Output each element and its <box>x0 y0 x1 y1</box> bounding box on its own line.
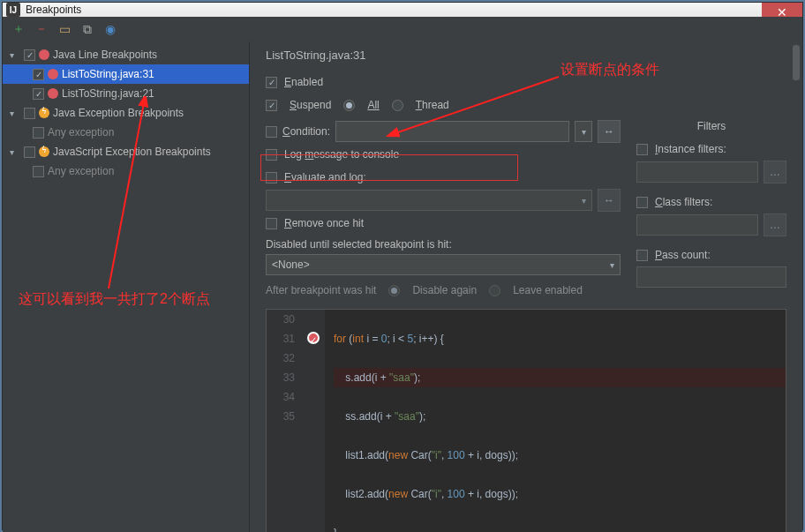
titlebar[interactable]: IJ Breakpoints ✕ <box>3 3 802 17</box>
instance-filters-browse-button[interactable]: … <box>764 161 786 184</box>
chevron-down-icon[interactable] <box>10 146 20 158</box>
toolbar: ＋ － ▭ ⧉ ◉ <box>3 17 802 41</box>
condition-label: Condition: <box>282 125 330 138</box>
evaluate-expand-button[interactable]: ↔ <box>598 189 621 212</box>
chevron-down-icon[interactable] <box>10 107 20 119</box>
gutter-linenumbers: 303132333435 <box>267 310 302 532</box>
logmsg-label: Log message to console <box>284 148 399 161</box>
suspend-label: Suspend <box>290 99 331 111</box>
add-breakpoint-icon[interactable]: ＋ <box>11 22 26 36</box>
exception-breakpoint-icon: ϟ <box>39 146 49 157</box>
tree-group-java-line[interactable]: Java Line Breakpoints <box>3 45 249 64</box>
tree-item-bp2[interactable]: ListToString.java:21 <box>3 84 249 103</box>
breakpoint-icon <box>48 88 58 99</box>
suspend-all-radio[interactable] <box>343 100 355 111</box>
folder-icon[interactable]: ▭ <box>57 22 71 36</box>
code-preview[interactable]: 303132333435 ✓ for (int i = 0; i < 5; i+… <box>266 309 786 532</box>
tree-group-java-exception[interactable]: ϟ Java Exception Breakpoints <box>3 103 249 123</box>
instance-filters-label: Instance filters: <box>655 143 726 155</box>
item-label: ListToString.java:31 <box>62 68 154 80</box>
chevron-down-icon[interactable] <box>10 49 20 61</box>
breakpoint-tree[interactable]: Java Line Breakpoints ListToString.java:… <box>3 45 249 181</box>
view-icon[interactable]: ◉ <box>103 22 117 36</box>
window-title: Breakpoints <box>26 4 81 16</box>
item-label: Any exception <box>48 126 114 139</box>
enabled-checkbox[interactable] <box>266 77 277 88</box>
evaluate-input[interactable]: ▾ <box>266 190 592 211</box>
suspend-all-label: All <box>367 99 379 111</box>
passcount-checkbox[interactable] <box>636 250 648 261</box>
class-filters-input[interactable] <box>636 214 758 236</box>
condition-input[interactable] <box>335 121 569 142</box>
class-filters-browse-button[interactable]: … <box>764 214 786 236</box>
afterhit-label: After breakpoint was hit <box>266 284 376 296</box>
group-label: JavaScript Exception Breakpoints <box>53 146 211 158</box>
condition-checkbox[interactable] <box>266 126 277 138</box>
condition-history-dropdown[interactable]: ▾ <box>575 121 592 142</box>
breakpoint-marker-icon[interactable]: ✓ <box>307 332 320 344</box>
copy-icon[interactable]: ⧉ <box>80 22 94 36</box>
suspend-checkbox[interactable] <box>266 100 277 111</box>
breakpoint-icon <box>39 49 49 60</box>
condition-row: Condition: ▾ ↔ <box>266 120 621 143</box>
filters-column: Filters Instance filters: … Class filter… <box>636 120 786 302</box>
class-filters-input-row: … <box>636 214 786 236</box>
tree-item-anyex-js[interactable]: Any exception <box>3 161 249 181</box>
condition-expand-button[interactable]: ↔ <box>598 120 621 143</box>
logmsg-checkbox[interactable] <box>266 149 277 161</box>
group-checkbox[interactable] <box>24 49 35 61</box>
disable-again-radio[interactable] <box>388 285 400 296</box>
passcount-row: Pass count: <box>636 244 786 266</box>
enabled-label: Enabled <box>284 76 323 88</box>
group-checkbox[interactable] <box>24 146 35 158</box>
breakpoint-tree-pane: Java Line Breakpoints ListToString.java:… <box>3 41 250 532</box>
disabled-until-label: Disabled until selected breakpoint is hi… <box>266 238 621 251</box>
evaluate-checkbox[interactable] <box>266 172 277 184</box>
suspend-thread-label: Thread <box>416 99 449 111</box>
code-source: for (int i = 0; i < 5; i++) { s.add(i + … <box>325 310 786 532</box>
removeonce-checkbox[interactable] <box>266 218 277 229</box>
tree-group-js-exception[interactable]: ϟ JavaScript Exception Breakpoints <box>3 142 249 161</box>
remove-breakpoint-icon[interactable]: － <box>34 22 49 36</box>
group-label: Java Exception Breakpoints <box>53 107 184 119</box>
tree-item-bp1[interactable]: ListToString.java:31 <box>3 64 249 84</box>
evaluate-row: Evaluate and log: <box>266 166 621 189</box>
group-checkbox[interactable] <box>24 108 35 119</box>
group-label: Java Line Breakpoints <box>53 49 157 61</box>
exception-breakpoint-icon: ϟ <box>39 108 49 118</box>
breakpoint-icon <box>48 69 58 79</box>
detail-title: ListToString.java:31 <box>266 49 786 62</box>
disabled-until-select[interactable]: <None>▾ <box>266 254 621 275</box>
instance-filters-row: Instance filters: <box>636 138 786 161</box>
evaluate-input-row: ▾ ↔ <box>266 189 621 212</box>
removeonce-row: Remove once hit <box>266 212 621 235</box>
instance-filters-input[interactable] <box>636 161 758 183</box>
class-filters-checkbox[interactable] <box>636 197 648 208</box>
item-label: ListToString.java:21 <box>62 87 154 100</box>
item-checkbox[interactable] <box>33 166 44 177</box>
class-filters-row: Class filters: <box>636 191 786 214</box>
disable-again-label: Disable again <box>412 284 477 296</box>
leave-enabled-label: Leave enabled <box>513 284 583 296</box>
removeonce-label: Remove once hit <box>284 217 364 229</box>
passcount-label: Pass count: <box>655 249 711 261</box>
item-checkbox[interactable] <box>33 88 44 100</box>
enabled-row: Enabled <box>266 71 786 94</box>
item-checkbox[interactable] <box>33 69 44 80</box>
disabled-until-value: <None> <box>272 259 310 271</box>
item-label: Any exception <box>48 165 114 177</box>
window: IJ Breakpoints ✕ ＋ － ▭ ⧉ ◉ Java Line Bre… <box>2 2 803 530</box>
app-icon: IJ <box>6 3 20 17</box>
leave-enabled-radio[interactable] <box>489 285 500 296</box>
item-checkbox[interactable] <box>33 127 44 139</box>
tree-item-anyex[interactable]: Any exception <box>3 123 249 142</box>
filters-header: Filters <box>636 120 786 132</box>
suspend-thread-radio[interactable] <box>392 100 403 111</box>
suspend-row: Suspend All Thread <box>266 94 786 116</box>
evaluate-label: Evaluate and log: <box>284 171 366 184</box>
class-filters-label: Class filters: <box>655 196 712 208</box>
gutter-markers: ✓ <box>302 310 325 532</box>
passcount-input[interactable] <box>636 266 786 288</box>
logmsg-row: Log message to console <box>266 143 621 166</box>
instance-filters-checkbox[interactable] <box>636 144 648 155</box>
